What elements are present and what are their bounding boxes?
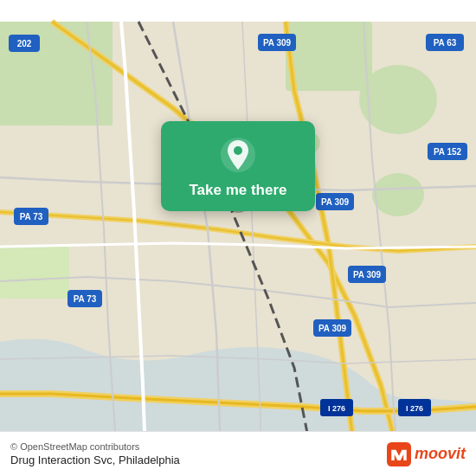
svg-rect-12: [348, 266, 386, 283]
svg-rect-16: [426, 34, 464, 51]
svg-text:PA 73: PA 73: [20, 212, 43, 222]
svg-text:I 276: I 276: [328, 404, 345, 413]
location-label: Drug Interaction Svc, Philadelphia: [10, 453, 387, 466]
svg-text:PA 152: PA 152: [434, 147, 462, 157]
map-svg: PA 309 PA 309 PA 309 PA 309 PA 63 PA 152…: [0, 0, 476, 476]
svg-text:PA 309: PA 309: [318, 324, 347, 333]
moovit-logo: moovit: [387, 442, 466, 466]
svg-rect-0: [0, 22, 476, 454]
svg-rect-1: [0, 22, 113, 125]
svg-rect-33: [387, 442, 411, 466]
svg-text:202: 202: [17, 39, 32, 48]
svg-rect-18: [428, 143, 467, 160]
svg-text:PA 309: PA 309: [263, 38, 292, 48]
svg-rect-24: [9, 35, 40, 52]
svg-rect-22: [68, 290, 102, 307]
svg-text:PA 309: PA 309: [353, 270, 382, 280]
svg-rect-28: [398, 399, 431, 416]
svg-rect-3: [286, 22, 372, 91]
svg-text:I 276: I 276: [406, 404, 423, 413]
location-pin-icon: [220, 137, 256, 173]
svg-point-2: [4, 26, 108, 121]
bottom-bar: © OpenStreetMap contributors Drug Intera…: [0, 431, 476, 476]
svg-text:PA 63: PA 63: [434, 38, 457, 48]
map-container: PA 309 PA 309 PA 309 PA 309 PA 63 PA 152…: [0, 0, 476, 476]
svg-rect-10: [316, 193, 354, 210]
svg-rect-14: [313, 319, 351, 337]
map-attribution: © OpenStreetMap contributors: [10, 441, 387, 452]
svg-point-4: [359, 65, 437, 134]
take-me-there-button[interactable]: Take me there: [189, 182, 286, 199]
svg-rect-8: [258, 34, 296, 51]
popup-card: Take me there: [161, 121, 315, 211]
svg-rect-20: [14, 208, 48, 225]
svg-rect-6: [0, 247, 69, 299]
moovit-icon: [387, 442, 411, 466]
svg-point-32: [234, 146, 242, 155]
moovit-text: moovit: [415, 445, 466, 463]
svg-rect-26: [320, 399, 353, 416]
svg-point-5: [372, 173, 424, 216]
svg-text:PA 73: PA 73: [74, 294, 97, 304]
svg-text:PA 309: PA 309: [321, 197, 350, 207]
